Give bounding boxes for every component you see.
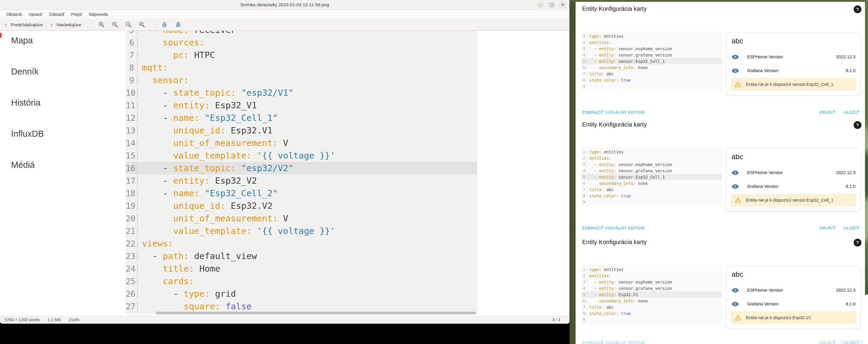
action-buttons: ZRUŠIŤULOŽIŤ [819,110,859,114]
rotate-right-icon[interactable] [175,21,181,28]
code-line: 12 - name: "Esp32_Cell_1" [126,111,477,124]
line-number: 25 [126,277,137,286]
show-visual-editor-button[interactable]: ZOBRAZIŤ VIZUÁLNY EDITOR [582,226,645,230]
code-line: 8state_color: true [581,193,722,199]
code-line: 9 [581,316,722,323]
line-text: entities: [587,40,611,45]
menu-item-obrzok[interactable]: Obrázok [3,12,26,17]
line-text: type: entities [587,34,623,39]
zoom-in-icon[interactable] [98,21,105,28]
code-line: 11 - entity: Esp32_V1 [126,99,477,111]
line-text: sensor: [137,75,189,85]
zoom-out-icon[interactable] [112,21,118,28]
horizontal-scrollbar[interactable] [156,312,476,314]
code-line: 27 square: false [126,300,477,313]
line-number: 14 [126,138,137,148]
code-line: 3 - entity: sensor.esphome_version [581,45,722,52]
close-button[interactable]: ✕ [559,1,566,8]
line-number: 4 [581,168,587,173]
yaml-editor[interactable]: 1type: entities2entities:3 - entity: sen… [581,31,722,91]
eye-icon [732,67,739,74]
code-line: 6 secondary_info: none [581,64,722,71]
line-text: mqtt: [137,63,168,73]
maximize-button[interactable]: ▢ [548,1,555,8]
chevron-left-icon[interactable]: ‹ [5,21,7,28]
image-viewer-window: Snímka obrazovky 2023-01-04 12-11-55.png… [0,0,569,324]
line-number: 5 [581,175,587,179]
entity-row[interactable]: ESPHome Version2022.12.3 [732,286,856,294]
code-line: 20 unit_of_measurement: V [126,212,477,225]
cancel-button[interactable]: ZRUŠIŤ [819,226,836,230]
save-button[interactable]: ULOŽIŤ [843,110,859,114]
line-number: 4 [581,53,587,57]
wallpaper-right-strip [865,0,868,295]
rotate-left-icon[interactable] [161,21,168,28]
screen: Snímka obrazovky 2023-01-04 12-11-55.png… [0,0,868,344]
menu-item-npoveda[interactable]: Nápoveda [86,12,111,17]
entity-row[interactable]: Grafana Version8.1.0 [732,182,856,190]
toolbar: ‹ Predchádzajúce › Nasledujúce 1:1 [0,19,569,31]
cancel-button[interactable]: ZRUŠIŤ [819,110,836,114]
entity-row[interactable]: ESPHome Version2022.12.3 [732,53,856,61]
line-number: 6 [581,65,587,70]
line-number: 9 [581,84,587,89]
window-buttons: – ▢ ✕ [537,1,566,8]
eye-icon [732,169,739,176]
code-line: 5 - entity: sensor.Esp32_Cell_1 [581,174,722,180]
line-text: state_color: true [587,194,631,198]
zoom-best-fit-icon[interactable] [138,21,145,28]
chevron-right-icon[interactable]: › [51,21,53,28]
code-line: 15 value_template: '{{ voltage }}' [126,149,477,162]
line-number: 8 [581,194,587,198]
entity-label: Grafana Version [747,68,778,73]
line-number: 23 [126,251,137,261]
line-text: type: entities [587,149,623,154]
menu-item-upravi[interactable]: Upraviť [26,12,46,17]
code-line: 4 - entity: sensor.grafana_version [581,52,722,58]
entity-label: Grafana Version [747,184,778,189]
eye-icon [732,183,739,190]
viewed-image: MapaDenníkHistóriaInfluxDBMédiá 5 name: … [0,31,569,316]
image-sidebar-item: Mapa [11,36,33,45]
code-line: 2entities: [581,273,722,279]
line-text: unique_id: Esp32.V2 [137,201,273,211]
code-line: 1type: entities [581,149,722,155]
cancel-button[interactable]: ZRUŠIŤ [819,340,836,344]
line-text: value_template: '{{ voltage }}' [137,226,335,236]
code-line: 3 - entity: sensor.esphome_version [581,279,722,285]
menu-item-zobrazi[interactable]: Zobraziť [46,12,68,17]
line-text: - entity: sensor.esphome_version [587,162,672,167]
code-line: 8mqtt: [126,61,477,74]
line-number: 3 [581,162,587,167]
line-number: 2 [581,40,587,44]
entity-label: ESPHome Version [747,170,783,175]
yaml-editor[interactable]: 1type: entities2entities:3 - entity: sen… [581,265,722,324]
image-filesize: 1,1 MB [48,317,61,322]
line-text: - entity: sensor.Esp32_Cell_1 [587,175,665,179]
show-visual-editor-button[interactable]: ZOBRAZIŤ VIZUÁLNY EDITOR [582,340,645,344]
show-visual-editor-button[interactable]: ZOBRAZIŤ VIZUÁLNY EDITOR [582,110,645,114]
zoom-normal-icon[interactable]: 1:1 [125,21,132,28]
help-icon[interactable]: ? [854,121,861,129]
toolbar-separator [93,21,94,28]
entity-warning: Entita nie je k dispozícií Esp32.V1 [731,311,856,324]
help-icon[interactable]: ? [854,5,861,13]
minimize-button[interactable]: – [537,1,544,8]
line-number: 1 [581,149,587,154]
menubar: ObrázokUpraviťZobraziťPrejsťNápoveda [0,10,569,19]
menu-item-prejs[interactable]: Prejsť [68,12,86,17]
entity-row[interactable]: Grafana Version8.1.0 [732,300,856,308]
prev-button[interactable]: Predchádzajúce [11,22,43,27]
line-text: title: abc [587,305,614,310]
ha-config-panel: Entity Konfigurácia karty?1type: entitie… [576,2,865,344]
next-button[interactable]: Nasledujúce [57,22,82,27]
yaml-editor[interactable]: 1type: entities2entities:3 - entity: sen… [581,147,722,207]
entity-row[interactable]: ESPHome Version2022.12.3 [732,169,856,176]
code-line: 7title: abc [581,186,722,193]
entity-row[interactable]: Grafana Version8.1.0 [732,67,856,74]
help-icon[interactable]: ? [854,239,861,246]
code-line: 3 - entity: sensor.esphome_version [581,161,722,168]
window-titlebar[interactable]: Snímka obrazovky 2023-01-04 12-11-55.png… [0,0,569,10]
save-button[interactable]: ULOŽIŤ [840,340,862,344]
save-button[interactable]: ULOŽIŤ [843,226,859,230]
